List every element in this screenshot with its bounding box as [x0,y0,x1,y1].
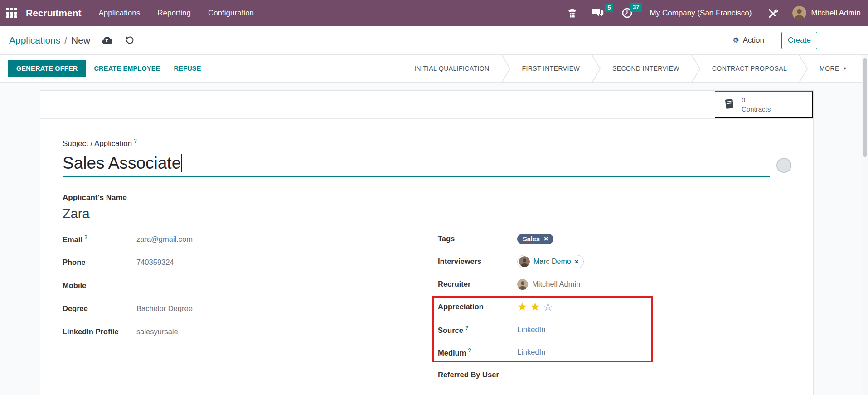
discard-undo-icon[interactable] [125,35,135,45]
user-avatar [792,6,806,20]
tag-label: Sales [523,235,540,243]
menu-reporting[interactable]: Reporting [156,7,192,20]
form-view: 0 Contracts Subject / Application? Sales… [0,83,868,395]
menu-applications[interactable]: Applications [98,7,141,20]
interviewer-pill[interactable]: Marc Demo × [517,255,584,268]
recruiter-name: Mitchell Admin [532,280,580,288]
degree-select[interactable]: Bachelor Degree [136,304,193,313]
create-button[interactable]: Create [781,32,817,49]
messages-count-badge: 5 [605,4,613,12]
help-icon: ? [468,347,471,354]
form-statusbar: GENERATE OFFER CREATE EMPLOYEE REFUSE IN… [0,55,868,83]
tags-field-row: Tags Sales × [438,228,791,250]
star-filled-icon[interactable]: ★ [530,301,540,312]
interviewer-name: Marc Demo [533,258,571,266]
linkedin-input[interactable]: salesyursale [136,327,178,336]
mobile-label: Mobile [63,281,136,290]
phone-field-row: Phone 740359324 [63,251,438,274]
tags-label: Tags [438,234,517,243]
interviewer-avatar [519,256,530,267]
linkedin-field-row: LinkedIn Profile salesyursale [63,320,438,343]
interviewers-label: Interviewers [438,257,517,266]
contracts-label: Contracts [742,105,771,114]
save-cloud-icon[interactable] [101,36,112,44]
right-field-column: Tags Sales × Interviewers Marc Demo [438,228,791,386]
user-name: Mitchell Admin [811,9,861,18]
highlighted-section: Appreciation ★ ★ ☆ Source? LinkedIn [438,296,791,364]
subject-field-label: Subject / Application? [63,138,791,148]
referred-by-user-label: Referred By User [438,371,499,379]
activities-count-badge: 37 [630,3,641,12]
top-navbar: Recruitment Applications Reporting Confi… [0,0,868,26]
app-name[interactable]: Recruitment [26,8,82,19]
form-body: Subject / Application? Sales Associate A… [40,119,813,395]
recruiter-value[interactable]: Mitchell Admin [517,279,580,290]
email-field-row: Email? zara@gmail.com [63,228,438,251]
applicant-name-input[interactable]: Zara [63,206,791,221]
breadcrumb: Applications / New [9,35,90,46]
help-icon: ? [134,138,137,144]
kanban-state-indicator[interactable] [776,158,791,173]
recruiter-field-row: Recruiter Mitchell Admin [438,273,791,296]
stage-separator-icon [592,55,601,82]
button-box: 0 Contracts [40,91,813,119]
control-panel: Applications / New ⚙ Action Create [0,26,868,55]
phone-label: Phone [63,258,136,267]
recruiter-label: Recruiter [438,280,517,288]
refuse-button[interactable]: REFUSE [174,61,201,76]
star-filled-icon[interactable]: ★ [517,301,527,312]
stage-first-interview[interactable]: FIRST INTERVIEW [510,65,592,72]
messages-icon[interactable]: 5 [587,5,610,21]
breadcrumb-applications[interactable]: Applications [9,35,60,46]
stage-contract-proposal[interactable]: CONTRACT PROPOSAL [700,65,799,72]
help-icon: ? [84,234,87,240]
contracts-count: 0 [742,96,771,105]
phone-input[interactable]: 740359324 [136,258,174,267]
user-menu[interactable]: Mitchell Admin [792,6,861,20]
chevron-down-icon: ▼ [843,66,847,71]
stage-initial-qualification[interactable]: INITIAL QUALIFICATION [402,65,501,72]
apps-grid-icon[interactable] [6,8,17,18]
contracts-stat-button[interactable]: 0 Contracts [715,91,813,118]
recruiter-avatar [517,279,528,290]
tag-sales[interactable]: Sales × [517,234,553,244]
source-select[interactable]: LinkedIn [517,325,545,334]
medium-field-row: Medium? LinkedIn [438,341,791,364]
tag-remove-icon[interactable]: × [544,235,548,243]
interviewer-remove-icon[interactable]: × [575,258,579,265]
generate-offer-button[interactable]: GENERATE OFFER [8,60,86,77]
scrollbar-thumb[interactable] [863,58,867,157]
developer-tools-icon[interactable] [761,5,784,22]
stage-more-dropdown[interactable]: MORE ▼ [808,65,847,72]
book-icon [723,98,736,112]
stage-separator-icon [691,55,700,82]
star-empty-icon[interactable]: ☆ [543,301,553,312]
gear-icon: ⚙ [732,36,739,44]
breadcrumb-current: New [71,35,90,46]
action-label: Action [743,36,764,45]
interviewers-field-row: Interviewers Marc Demo × [438,250,791,273]
scrollbar-track[interactable] [862,55,868,395]
source-field-row: Source? LinkedIn [438,318,791,341]
email-input[interactable]: zara@gmail.com [136,235,193,244]
create-employee-button[interactable]: CREATE EMPLOYEE [94,61,160,76]
mobile-field-row: Mobile [63,274,438,297]
medium-label: Medium? [438,347,517,357]
medium-select[interactable]: LinkedIn [517,348,545,356]
activities-clock-icon[interactable]: 37 [616,5,638,21]
stage-separator-icon [501,55,510,82]
email-label: Email? [63,234,136,244]
action-menu-button[interactable]: ⚙ Action [732,36,764,45]
stage-second-interview[interactable]: SECOND INTERVIEW [601,65,691,72]
voip-phone-icon[interactable] [562,5,583,21]
menu-configuration[interactable]: Configuration [207,7,255,20]
appreciation-stars[interactable]: ★ ★ ☆ [517,301,553,312]
appreciation-field-row: Appreciation ★ ★ ☆ [438,296,791,318]
text-cursor [181,154,182,172]
linkedin-label: LinkedIn Profile [63,327,136,336]
subject-input[interactable]: Sales Associate [63,154,770,177]
referred-field-row: Referred By User [438,364,791,386]
source-label: Source? [438,325,517,335]
degree-label: Degree [63,304,136,313]
company-switcher[interactable]: My Company (San Francisco) [650,9,752,18]
